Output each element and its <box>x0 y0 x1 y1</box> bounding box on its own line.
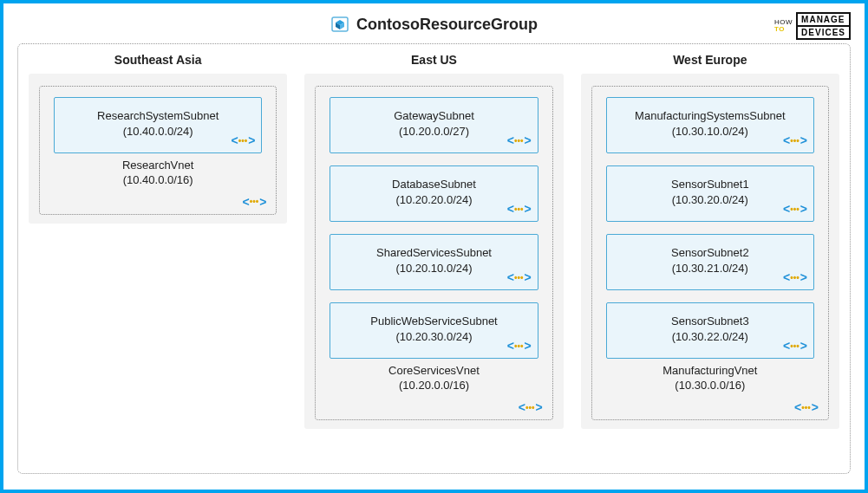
subnet-box: SensorSubnet1 (10.30.20.0/24) <•••> <box>606 165 814 222</box>
diagram-header: ContosoResourceGroup HOW TO MANAGE DEVIC… <box>17 10 851 38</box>
region-southeast-asia: Southeast Asia ResearchSystemSubnet (10.… <box>29 51 287 224</box>
subnet-cidr: (10.20.30.0/24) <box>337 329 530 345</box>
region-east-us: East US GatewaySubnet (10.20.0.0/27) <••… <box>304 51 563 429</box>
vnet-peering-icon: <•••> <box>783 201 806 217</box>
vnet-peering-icon: <•••> <box>507 133 531 149</box>
brand-howto: HOW TO <box>774 19 793 33</box>
subnet-list: GatewaySubnet (10.20.0.0/27) <•••> Datab… <box>330 97 538 359</box>
subnet-cidr: (10.20.0.0/27) <box>337 124 530 139</box>
subnet-name: SensorSubnet2 <box>614 245 806 261</box>
region-body: ManufacturingSystemsSubnet (10.30.10.0/2… <box>581 74 839 429</box>
vnet-peering-icon: <•••> <box>783 338 806 354</box>
vnet-cidr: (10.30.0.0/16) <box>606 379 814 393</box>
brand-box: MANAGE DEVICES <box>796 12 851 40</box>
region-title: West Europe <box>673 53 747 67</box>
vnet-peering-icon: <•••> <box>231 133 254 149</box>
vnet-icon: <•••> <box>794 400 818 414</box>
subnet-box: ManufacturingSystemsSubnet (10.30.10.0/2… <box>606 97 814 153</box>
brand-badge: HOW TO MANAGE DEVICES <box>774 12 851 40</box>
vnet-research: ResearchSystemSubnet (10.40.0.0/24) <•••… <box>39 86 277 215</box>
vnet-label: ResearchVnet (10.40.0.0/16) <box>54 159 262 188</box>
subnet-cidr: (10.30.22.0/24) <box>614 329 806 345</box>
vnet-peering-icon: <•••> <box>507 338 531 354</box>
vnet-label: ManufacturingVnet (10.30.0.0/16) <box>606 364 814 393</box>
region-title: Southeast Asia <box>114 53 202 67</box>
resource-group-frame: Southeast Asia ResearchSystemSubnet (10.… <box>17 43 851 474</box>
subnet-cidr: (10.30.20.0/24) <box>614 192 806 208</box>
subnet-name: SharedServicesSubnet <box>337 245 530 261</box>
vnet-label: CoreServicesVnet (10.20.0.0/16) <box>330 364 538 393</box>
vnet-name: CoreServicesVnet <box>330 364 538 379</box>
vnet-peering-icon: <•••> <box>783 269 806 286</box>
region-west-europe: West Europe ManufacturingSystemsSubnet (… <box>581 51 839 429</box>
vnet-icon: <•••> <box>519 400 542 414</box>
subnet-box: DatabaseSubnet (10.20.20.0/24) <•••> <box>330 165 538 222</box>
vnet-name: ResearchVnet <box>54 159 262 173</box>
subnet-cidr: (10.20.20.0/24) <box>337 192 530 208</box>
vnet-cidr: (10.40.0.0/16) <box>54 173 262 188</box>
subnet-box: GatewaySubnet (10.20.0.0/27) <•••> <box>330 97 538 153</box>
vnet-cidr: (10.20.0.0/16) <box>330 379 538 393</box>
subnet-cidr: (10.30.21.0/24) <box>614 261 806 276</box>
region-body: GatewaySubnet (10.20.0.0/27) <•••> Datab… <box>304 74 563 429</box>
subnet-name: PublicWebServiceSubnet <box>337 314 530 329</box>
vnet-peering-icon: <•••> <box>507 269 531 286</box>
subnet-cidr: (10.40.0.0/24) <box>62 124 254 139</box>
subnet-box: SensorSubnet3 (10.30.22.0/24) <•••> <box>606 302 814 359</box>
subnet-name: ManufacturingSystemsSubnet <box>614 108 806 124</box>
resource-group-title: ContosoResourceGroup <box>330 15 538 34</box>
vnet-name: ManufacturingVnet <box>606 364 814 379</box>
subnet-box: ResearchSystemSubnet (10.40.0.0/24) <•••… <box>54 97 262 153</box>
vnet-peering-icon: <•••> <box>507 201 531 217</box>
vnet-manufacturing: ManufacturingSystemsSubnet (10.30.10.0/2… <box>591 86 829 420</box>
subnet-list: ManufacturingSystemsSubnet (10.30.10.0/2… <box>606 97 814 359</box>
vnet-core-services: GatewaySubnet (10.20.0.0/27) <•••> Datab… <box>315 86 552 420</box>
subnet-name: GatewaySubnet <box>337 108 530 124</box>
region-title: East US <box>411 53 457 67</box>
subnet-box: SharedServicesSubnet (10.20.10.0/24) <••… <box>330 234 538 290</box>
vnet-icon: <•••> <box>242 195 265 209</box>
subnet-list: ResearchSystemSubnet (10.40.0.0/24) <•••… <box>54 97 262 153</box>
subnet-cidr: (10.30.10.0/24) <box>614 124 806 139</box>
subnet-box: PublicWebServiceSubnet (10.20.30.0/24) <… <box>330 302 538 359</box>
region-body: ResearchSystemSubnet (10.40.0.0/24) <•••… <box>29 74 287 224</box>
subnet-name: SensorSubnet3 <box>614 314 806 329</box>
resource-group-icon <box>330 15 349 34</box>
resource-group-name: ContosoResourceGroup <box>356 16 538 34</box>
subnet-cidr: (10.20.10.0/24) <box>337 261 530 276</box>
subnet-name: DatabaseSubnet <box>337 177 530 192</box>
subnet-name: ResearchSystemSubnet <box>62 108 254 124</box>
subnet-box: SensorSubnet2 (10.30.21.0/24) <•••> <box>606 234 814 290</box>
subnet-name: SensorSubnet1 <box>614 177 806 192</box>
vnet-peering-icon: <•••> <box>783 133 806 149</box>
